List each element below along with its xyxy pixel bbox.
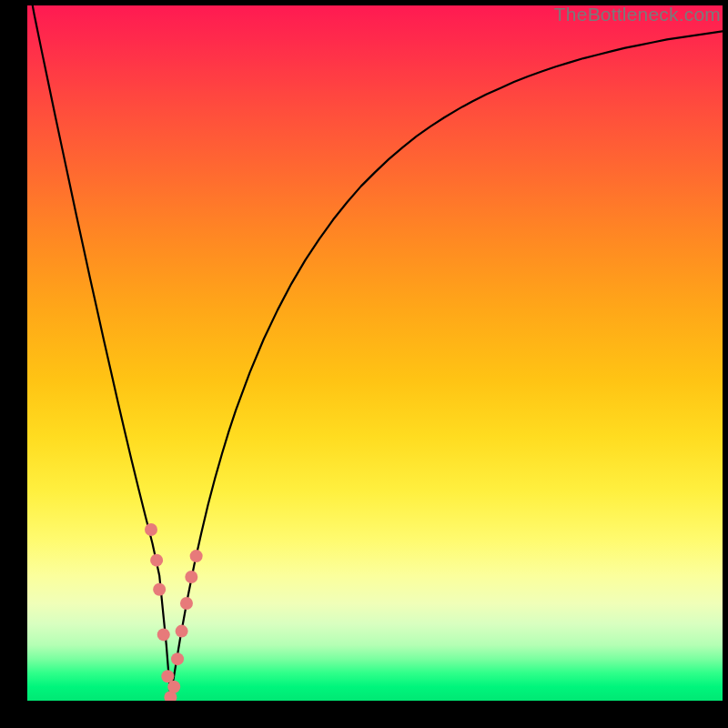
curve-marker	[150, 554, 163, 567]
curve-marker	[167, 681, 180, 693]
outer-frame: TheBottleneck.com	[0, 0, 728, 728]
curve-marker	[171, 652, 184, 665]
watermark-label: TheBottleneck.com	[554, 4, 721, 25]
bottleneck-curve	[27, 5, 723, 701]
curve-marker	[190, 550, 203, 562]
curve-marker	[185, 571, 197, 583]
curve-marker	[157, 628, 170, 641]
curve-marker	[145, 523, 157, 536]
curve-marker	[180, 597, 193, 610]
plot-area	[27, 5, 723, 701]
curve-marker	[176, 625, 188, 638]
curve-marker	[153, 583, 166, 596]
